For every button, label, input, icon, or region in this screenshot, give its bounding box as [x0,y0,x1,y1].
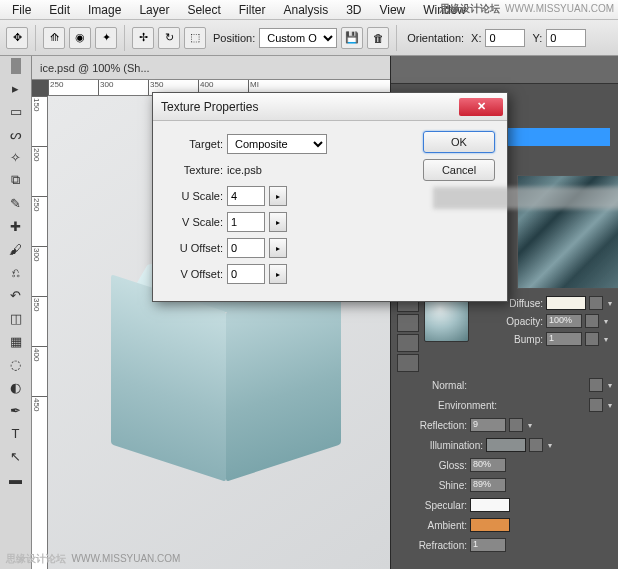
material-mode-icon[interactable] [397,314,419,332]
specular-swatch[interactable] [470,498,510,512]
dialog-title: Texture Properties [161,100,459,114]
position-label: Position: [213,32,255,44]
orientation-y-input[interactable] [546,29,586,47]
shape-tool-icon[interactable]: ▬ [4,468,28,490]
chevron-down-icon[interactable]: ▾ [608,401,612,410]
material-mode-icon[interactable] [397,354,419,372]
move-tool-icon[interactable]: ▸ [4,77,28,99]
chevron-down-icon[interactable]: ▾ [608,299,612,308]
orientation-x-input[interactable] [485,29,525,47]
ok-button[interactable]: OK [423,131,495,153]
menu-select[interactable]: Select [179,1,228,19]
uscale-input[interactable] [227,186,265,206]
separator [396,25,397,51]
history-tool-icon[interactable]: ↶ [4,284,28,306]
ambient-swatch[interactable] [470,518,510,532]
lasso-tool-icon[interactable]: ᔕ [4,123,28,145]
material-mode-icon[interactable] [397,334,419,352]
chevron-down-icon[interactable]: ▾ [604,317,608,326]
menu-3d[interactable]: 3D [338,1,369,19]
texture-label: Texture: [167,164,223,176]
folder-icon[interactable] [589,398,603,412]
tool-preset-icon[interactable]: ✥ [6,27,28,49]
chevron-down-icon[interactable]: ▾ [548,441,552,450]
sphere-icon[interactable]: ◉ [69,27,91,49]
folder-icon[interactable] [589,296,603,310]
vscale-input[interactable] [227,212,265,232]
crop-tool-icon[interactable]: ⧉ [4,169,28,191]
heal-tool-icon[interactable]: ✚ [4,215,28,237]
opacity-value[interactable]: 100% [546,314,582,328]
vscale-stepper[interactable]: ▸ [269,212,287,232]
uoffset-input[interactable] [227,238,265,258]
opacity-label: Opacity: [473,316,543,327]
wand-tool-icon[interactable]: ✧ [4,146,28,168]
gloss-value[interactable]: 80% [470,458,506,472]
menu-analysis[interactable]: Analysis [275,1,336,19]
folder-icon[interactable] [585,314,599,328]
dialog-titlebar[interactable]: Texture Properties ✕ [153,93,507,121]
voffset-input[interactable] [227,264,265,284]
gradient-tool-icon[interactable]: ▦ [4,330,28,352]
bump-label: Bump: [473,334,543,345]
voffset-stepper[interactable]: ▸ [269,264,287,284]
type-tool-icon[interactable]: T [4,422,28,444]
trash-icon[interactable]: 🗑 [367,27,389,49]
menu-image[interactable]: Image [80,1,129,19]
pen-tool-icon[interactable]: ✒ [4,399,28,421]
blur-overlay [433,187,618,209]
light-icon[interactable]: ✦ [95,27,117,49]
save-icon[interactable]: 💾 [341,27,363,49]
chevron-down-icon[interactable]: ▾ [528,421,532,430]
move-icon[interactable]: ✢ [132,27,154,49]
illumination-label: Illumination: [397,440,483,451]
chevron-down-icon[interactable]: ▾ [608,381,612,390]
environment-label: Environment: [397,400,497,411]
folder-icon[interactable] [529,438,543,452]
menu-view[interactable]: View [371,1,413,19]
panel-tabs[interactable] [391,56,618,84]
illumination-swatch[interactable] [486,438,526,452]
watermark-top: 思缘设计论坛 WWW.MISSYUAN.COM [440,2,614,16]
dodge-tool-icon[interactable]: ◐ [4,376,28,398]
position-select[interactable]: Custom Ob... [259,28,337,48]
rotate-icon[interactable]: ↻ [158,27,180,49]
brush-tool-icon[interactable]: 🖌 [4,238,28,260]
document-tab[interactable]: ice.psd @ 100% (Sh... [32,56,390,80]
refraction-value[interactable]: 1 [470,538,506,552]
diffuse-swatch[interactable] [546,296,586,310]
menu-edit[interactable]: Edit [41,1,78,19]
target-select[interactable]: Composite [227,134,327,154]
eraser-tool-icon[interactable]: ◫ [4,307,28,329]
folder-icon[interactable] [585,332,599,346]
home-icon[interactable]: ⟰ [43,27,65,49]
y-label: Y: [532,32,542,44]
reflection-value[interactable]: 9 [470,418,506,432]
menu-layer[interactable]: Layer [131,1,177,19]
chevron-down-icon[interactable]: ▾ [604,335,608,344]
uscale-stepper[interactable]: ▸ [269,186,287,206]
marquee-tool-icon[interactable]: ▭ [4,100,28,122]
separator [124,25,125,51]
folder-icon[interactable] [589,378,603,392]
bump-value[interactable]: 1 [546,332,582,346]
close-button[interactable]: ✕ [459,98,503,116]
blur-tool-icon[interactable]: ◌ [4,353,28,375]
path-tool-icon[interactable]: ↖ [4,445,28,467]
uoffset-stepper[interactable]: ▸ [269,238,287,258]
stamp-tool-icon[interactable]: ⎌ [4,261,28,283]
uoffset-label: U Offset: [167,242,223,254]
folder-icon[interactable] [509,418,523,432]
menu-filter[interactable]: Filter [231,1,274,19]
uscale-label: U Scale: [167,190,223,202]
toolbox-handle[interactable] [11,58,21,74]
menu-file[interactable]: File [4,1,39,19]
options-bar: ✥ ⟰ ◉ ✦ ✢ ↻ ⬚ Position: Custom Ob... 💾 🗑… [0,20,618,56]
toolbox: ▸ ▭ ᔕ ✧ ⧉ ✎ ✚ 🖌 ⎌ ↶ ◫ ▦ ◌ ◐ ✒ T ↖ ▬ [0,56,32,569]
shine-value[interactable]: 89% [470,478,506,492]
eyedropper-tool-icon[interactable]: ✎ [4,192,28,214]
cancel-button[interactable]: Cancel [423,159,495,181]
voffset-label: V Offset: [167,268,223,280]
ruler-vertical: 150200250300350400450 [32,96,48,569]
scale-icon[interactable]: ⬚ [184,27,206,49]
